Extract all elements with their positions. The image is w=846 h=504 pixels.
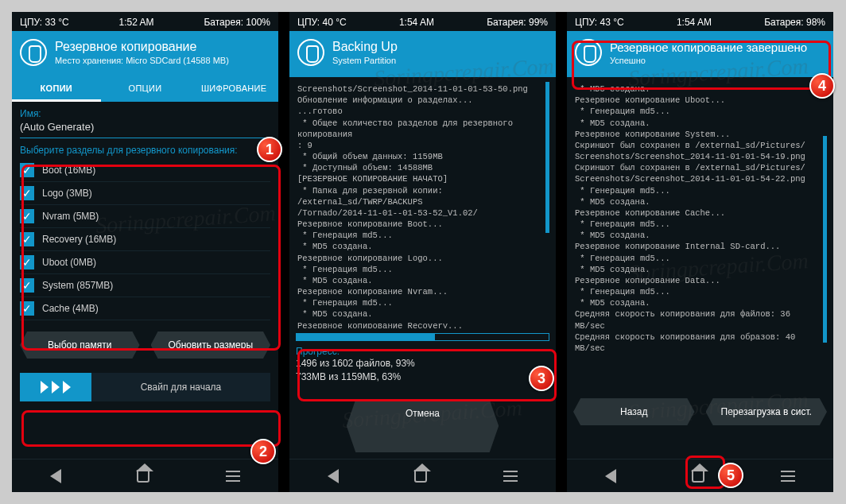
nav-back-icon[interactable]: [328, 469, 339, 483]
nav-bar: [567, 459, 833, 492]
checkbox-icon[interactable]: ✓: [20, 163, 34, 177]
partition-item[interactable]: ✓Cache (4MB): [20, 297, 270, 320]
cpu-temp: ЦПУ: 43 °C: [575, 17, 624, 28]
swipe-to-start[interactable]: Свайп для начала: [20, 373, 270, 401]
header: Backing Up System Partition: [289, 31, 556, 77]
progress-bar: [296, 333, 549, 341]
nav-home-icon[interactable]: [692, 470, 704, 483]
tabs: КОПИИ ОПЦИИ ШИФРОВАНИЕ: [12, 77, 278, 102]
status-bar: ЦПУ: 40 °C 1:54 AM Батарея: 99%: [289, 12, 556, 31]
header-subtitle: System Partition: [332, 56, 398, 65]
checkbox-icon[interactable]: ✓: [20, 301, 34, 316]
tab-copies[interactable]: КОПИИ: [12, 77, 101, 102]
partition-item[interactable]: ✓Recovery (16MB): [20, 228, 270, 251]
scrollbar[interactable]: [545, 82, 549, 233]
battery: Батарея: 100%: [204, 17, 270, 28]
nav-menu-icon[interactable]: [781, 475, 795, 477]
select-partitions-label: Выберите разделы для резервного копирова…: [20, 145, 270, 156]
screen-backup-select: ЦПУ: 33 °C 1:52 AM Батарея: 100% Резервн…: [12, 12, 278, 492]
cancel-button[interactable]: Отмена: [347, 400, 499, 452]
nav-bar: [289, 459, 556, 492]
partition-item[interactable]: ✓Boot (16MB): [20, 159, 270, 182]
back-button[interactable]: Назад: [573, 398, 695, 425]
progress-files: 1496 из 1602 файлов, 93%: [296, 357, 549, 370]
chevron-right-icon: [52, 381, 60, 394]
nav-menu-icon[interactable]: [503, 475, 518, 477]
partition-item[interactable]: ✓Nvram (5МB): [20, 205, 270, 228]
battery: Батарея: 99%: [487, 17, 548, 28]
cpu-temp: ЦПУ: 33 °C: [20, 17, 69, 28]
chevron-right-icon: [63, 381, 71, 394]
status-bar: ЦПУ: 43 °C 1:54 AM Батарея: 98%: [567, 12, 833, 31]
progress-size: 733MB из 1159MB, 63%: [296, 370, 549, 384]
checkbox-icon[interactable]: ✓: [20, 255, 34, 269]
twrp-logo-icon: [297, 39, 324, 66]
console-log: * MD5 создана. Резервное копирование Ubo…: [573, 80, 827, 351]
partition-item[interactable]: ✓System (857MB): [20, 274, 270, 297]
clock: 1:54 AM: [677, 17, 712, 28]
header: Резервное копирование завершено Успешно: [567, 31, 833, 77]
battery: Батарея: 98%: [764, 17, 825, 28]
scrollbar[interactable]: [823, 136, 827, 343]
twrp-logo-icon: [575, 39, 602, 66]
progress-fill: [297, 334, 435, 340]
nav-back-icon[interactable]: [50, 469, 61, 483]
swipe-label: Свайп для начала: [91, 382, 270, 393]
partition-item[interactable]: ✓Uboot (0MB): [20, 251, 270, 274]
nav-bar: [12, 459, 278, 492]
checkbox-icon[interactable]: ✓: [20, 209, 34, 223]
checkbox-icon[interactable]: ✓: [20, 232, 34, 246]
checkbox-icon[interactable]: ✓: [20, 278, 34, 293]
header-title: Резервное копирование завершено: [610, 41, 807, 54]
partition-list: ✓Boot (16MB) ✓Logo (3MB) ✓Nvram (5МB) ✓R…: [20, 159, 270, 320]
progress-label: Прогресс:: [296, 346, 549, 357]
checkbox-icon[interactable]: ✓: [20, 186, 34, 200]
header-subtitle: Место хранения: Micro SDCard (14588 MB): [55, 56, 229, 65]
header: Резервное копирование Место хранения: Mi…: [12, 31, 278, 77]
header-title: Backing Up: [332, 40, 398, 54]
console-log: Screenshots/Screenshot_2014-11-01-01-53-…: [296, 80, 549, 328]
tab-options[interactable]: ОПЦИИ: [101, 77, 190, 102]
tab-encryption[interactable]: ШИФРОВАНИЕ: [189, 77, 278, 102]
status-bar: ЦПУ: 33 °C 1:52 AM Батарея: 100%: [12, 12, 278, 31]
partition-item[interactable]: ✓Logo (3MB): [20, 182, 270, 205]
clock: 1:54 AM: [399, 17, 434, 28]
progress-section: Прогресс: 1496 из 1602 файлов, 93% 733MB…: [296, 333, 549, 384]
twrp-logo-icon: [20, 39, 47, 66]
nav-home-icon[interactable]: [137, 470, 149, 483]
clock: 1:52 AM: [119, 17, 154, 28]
name-field[interactable]: (Auto Generate): [20, 121, 270, 138]
nav-home-icon[interactable]: [414, 470, 427, 483]
swipe-handle[interactable]: [20, 373, 91, 401]
header-subtitle: Успешно: [610, 56, 807, 65]
cpu-temp: ЦПУ: 40 °C: [297, 17, 347, 28]
nav-back-icon[interactable]: [605, 469, 616, 483]
header-title: Резервное копирование: [55, 40, 229, 54]
name-label: Имя:: [20, 108, 270, 119]
screen-backup-complete: ЦПУ: 43 °C 1:54 AM Батарея: 98% Резервно…: [567, 12, 833, 492]
nav-menu-icon[interactable]: [226, 475, 240, 477]
select-storage-button[interactable]: Выбор памяти: [20, 331, 140, 359]
screen-backup-progress: ЦПУ: 40 °C 1:54 AM Батарея: 99% Backing …: [289, 12, 556, 492]
reboot-system-button[interactable]: Перезагрузка в сист.: [706, 398, 828, 425]
refresh-sizes-button[interactable]: Обновить размеры: [151, 331, 271, 359]
chevron-right-icon: [41, 381, 49, 394]
